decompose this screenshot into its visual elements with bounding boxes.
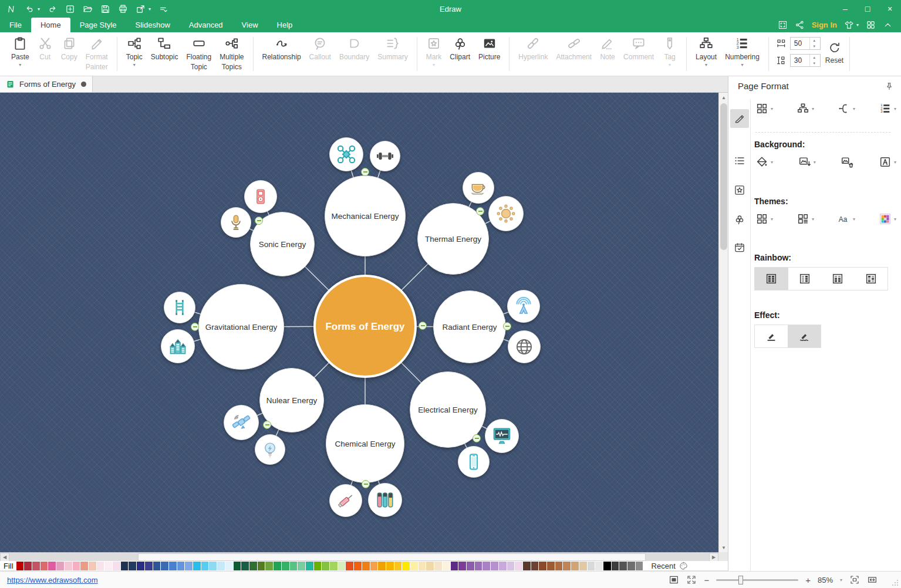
zoom-out-button[interactable]: − xyxy=(704,575,709,585)
center-page-icon[interactable] xyxy=(669,575,679,585)
color-swatch[interactable] xyxy=(48,562,56,570)
color-swatch[interactable] xyxy=(515,562,522,570)
hyperlink-button[interactable]: Hyperlink xyxy=(514,32,552,61)
menu-slideshow[interactable]: Slideshow xyxy=(126,18,180,32)
color-swatch[interactable] xyxy=(32,562,40,570)
topic-chemical-energy[interactable]: Chemical Energy xyxy=(326,404,404,483)
color-swatch[interactable] xyxy=(507,562,515,570)
ladder-icon[interactable] xyxy=(164,292,195,323)
background-image-button[interactable]: ▾ xyxy=(798,156,816,168)
color-swatch[interactable] xyxy=(169,562,177,570)
color-swatch[interactable] xyxy=(482,562,490,570)
color-swatch[interactable] xyxy=(539,562,546,570)
collapse-badge-gravitational[interactable] xyxy=(191,323,199,331)
color-swatch[interactable] xyxy=(282,562,289,570)
color-swatch[interactable] xyxy=(588,562,595,570)
syringe-icon[interactable] xyxy=(329,484,362,517)
fullscreen-view-icon[interactable] xyxy=(686,575,697,585)
format-painter-button[interactable]: Format Painter xyxy=(82,32,112,71)
color-swatch[interactable] xyxy=(467,562,474,570)
note-button[interactable]: Note xyxy=(596,32,619,61)
collapse-badge-central-right[interactable] xyxy=(419,322,427,330)
color-swatch[interactable] xyxy=(595,562,603,570)
paste-button[interactable]: Paste▾ xyxy=(7,32,33,67)
color-swatch[interactable] xyxy=(322,562,329,570)
menu-home[interactable]: Home xyxy=(31,18,70,32)
menu-file[interactable]: File xyxy=(0,18,31,32)
color-swatch[interactable] xyxy=(161,562,168,570)
layout-style-button[interactable]: ▾ xyxy=(797,102,814,115)
lightbulb-icon[interactable] xyxy=(255,434,285,465)
color-swatch[interactable] xyxy=(89,562,96,570)
scroll-up-arrow[interactable]: ▲ xyxy=(719,93,728,102)
topic-gravitational-energy[interactable]: Gravitational Energy xyxy=(198,284,284,370)
color-swatch[interactable] xyxy=(627,562,635,570)
symbol-library-tab[interactable] xyxy=(730,181,749,200)
mark-button[interactable]: Mark▾ xyxy=(422,32,446,67)
attachment-button[interactable]: Attachment xyxy=(552,32,596,61)
format-brush-tab[interactable] xyxy=(730,109,749,128)
collapse-badge-chemical[interactable] xyxy=(362,480,370,488)
numbering-button[interactable]: 123 Numbering▾ xyxy=(721,32,764,67)
color-swatch[interactable] xyxy=(619,562,627,570)
theme-layouts-button[interactable]: ▾ xyxy=(797,212,814,225)
color-swatch[interactable] xyxy=(475,562,482,570)
effect-sketch-option[interactable] xyxy=(788,325,821,347)
color-swatch[interactable] xyxy=(201,562,209,570)
menu-advanced[interactable]: Advanced xyxy=(180,18,232,32)
color-swatch[interactable] xyxy=(491,562,498,570)
tshirt-caret[interactable]: ▾ xyxy=(856,22,859,28)
tshirt-theme-icon[interactable] xyxy=(844,20,854,30)
vertical-scrollbar[interactable]: ▲ ▼ xyxy=(718,93,728,552)
color-swatch[interactable] xyxy=(217,562,225,570)
floating-topic-button[interactable]: Floating Topic xyxy=(182,32,215,71)
zoom-slider-thumb[interactable] xyxy=(738,576,743,584)
v-spacing-down[interactable]: ▼ xyxy=(810,60,819,66)
color-swatch[interactable] xyxy=(193,562,201,570)
sun-icon[interactable] xyxy=(488,196,524,231)
color-swatch[interactable] xyxy=(330,562,338,570)
dumbbell-icon[interactable] xyxy=(370,141,400,171)
edrawsoft-url-link[interactable]: https://www.edrawsoft.com xyxy=(0,576,98,584)
color-swatch[interactable] xyxy=(298,562,305,570)
color-swatch[interactable] xyxy=(338,562,346,570)
copy-button[interactable]: Copy xyxy=(57,32,82,61)
color-swatch[interactable] xyxy=(402,562,410,570)
recent-colors[interactable]: Recent xyxy=(652,562,688,570)
h-spacing-down[interactable]: ▼ xyxy=(810,43,819,49)
h-spacing-input[interactable] xyxy=(791,38,809,49)
color-swatch[interactable] xyxy=(636,562,643,570)
picture-button[interactable]: Picture xyxy=(474,32,504,61)
effect-normal-option[interactable] xyxy=(755,325,788,347)
color-swatch[interactable] xyxy=(370,562,378,570)
color-swatch[interactable] xyxy=(362,562,370,570)
color-swatch[interactable] xyxy=(249,562,257,570)
color-swatch[interactable] xyxy=(443,562,450,570)
subtopic-button[interactable]: Subtopic xyxy=(147,32,183,61)
color-swatch[interactable] xyxy=(241,562,249,570)
color-swatch[interactable] xyxy=(603,562,611,570)
scroll-left-arrow[interactable]: ◀ xyxy=(0,553,9,562)
color-swatch[interactable] xyxy=(225,562,233,570)
collapse-badge-nuclear[interactable] xyxy=(263,421,271,429)
color-swatch[interactable] xyxy=(571,562,579,570)
relationship-button[interactable]: Relationship xyxy=(258,32,305,61)
color-swatch[interactable] xyxy=(346,562,353,570)
collapse-badge-sonic[interactable] xyxy=(255,217,263,225)
h-spacing-up[interactable]: ▲ xyxy=(810,38,819,43)
color-swatch[interactable] xyxy=(378,562,386,570)
color-swatch[interactable] xyxy=(434,562,442,570)
open-button[interactable] xyxy=(83,4,93,14)
reset-button[interactable]: Reset xyxy=(825,37,843,65)
multiple-topics-button[interactable]: Multiple Topics xyxy=(215,32,248,71)
customize-toolbar-button[interactable] xyxy=(158,4,168,14)
topic-mechanical-energy[interactable]: Mechanical Energy xyxy=(325,175,406,256)
menu-help[interactable]: Help xyxy=(268,18,302,32)
close-button[interactable]: × xyxy=(879,0,901,18)
color-swatch[interactable] xyxy=(386,562,394,570)
tab-modified-dot[interactable] xyxy=(81,82,86,87)
zoom-in-button[interactable]: + xyxy=(805,575,811,585)
color-swatch[interactable] xyxy=(80,562,88,570)
color-swatch[interactable] xyxy=(579,562,587,570)
cut-button[interactable]: Cut xyxy=(33,32,57,61)
